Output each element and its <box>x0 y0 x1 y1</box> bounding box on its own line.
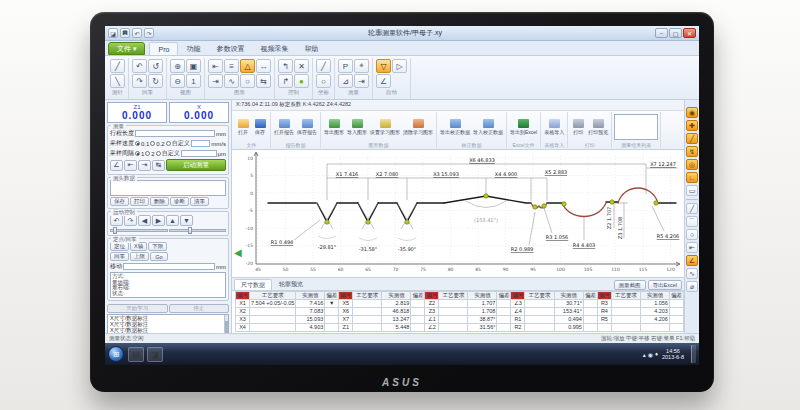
step-radio-1[interactable] <box>135 151 140 156</box>
report-button[interactable]: 导入图形 <box>346 118 368 136</box>
ribbon-button[interactable]: ✕ <box>294 59 309 73</box>
report-button[interactable]: 表格导入 <box>543 118 565 136</box>
ribbon-button[interactable]: ⊕ <box>170 59 185 73</box>
ribbon-button[interactable]: ∿ <box>224 74 239 88</box>
learn-button-开始学习[interactable]: 开始学习 <box>107 304 168 313</box>
speed-input[interactable] <box>191 140 211 147</box>
tab-视频采集[interactable]: 视频采集 <box>252 42 296 55</box>
position-button-回零[interactable]: 回零 <box>110 252 129 261</box>
result-action-测量截图[interactable]: 测量截图 <box>614 280 646 290</box>
draw-tool-button[interactable]: ∟ <box>686 172 698 183</box>
draw-tool-button[interactable]: ▭ <box>686 185 698 196</box>
draw-tool-button[interactable]: ⇤ <box>686 242 698 253</box>
draw-tool-button[interactable]: ╱ <box>686 203 698 214</box>
list-scrollbar[interactable] <box>224 315 228 333</box>
start-measure-button[interactable]: 启动测量 <box>166 159 226 171</box>
ribbon-button[interactable]: ⇤ <box>208 59 223 73</box>
probe-button-打印[interactable]: 打印 <box>130 197 149 206</box>
ribbon-button[interactable]: ⊖ <box>170 74 185 88</box>
tab-参数设置[interactable]: 参数设置 <box>208 42 252 55</box>
result-action-导出Excel[interactable]: 导出Excel <box>648 280 682 290</box>
ribbon-button[interactable]: ⇥ <box>208 74 223 88</box>
result-tab-轮廓预览[interactable]: 轮廓预览 <box>272 279 310 290</box>
ribbon-button[interactable]: ╱ <box>110 59 125 73</box>
ribbon-button[interactable]: ▣ <box>186 59 201 73</box>
motion-jog-button[interactable]: ↶ <box>110 215 123 226</box>
draw-tool-button[interactable]: ◎ <box>686 159 698 170</box>
speed-radio-0.2[interactable] <box>150 141 155 146</box>
speed-radio-custom[interactable] <box>166 141 171 146</box>
profile-chart[interactable]: 4550556065707580859095100105110115120 10… <box>232 150 684 278</box>
ribbon-button[interactable]: ▷ <box>392 59 407 73</box>
draw-tool-button[interactable]: ⌒ <box>686 216 698 227</box>
report-button[interactable]: 设置学习图形 <box>369 118 401 136</box>
draw-tool-button[interactable]: ∠ <box>686 255 698 266</box>
probe-button-保存[interactable]: 保存 <box>110 197 129 206</box>
annotation-list[interactable]: X尺寸/数据标注X尺寸/数据标注X尺寸/数据标注X尺寸/数据标注X尺寸/数据标注… <box>107 314 229 333</box>
ribbon-button[interactable]: ╲ <box>110 74 125 88</box>
ribbon-button[interactable]: ○ <box>240 74 255 88</box>
report-button[interactable]: 保存 <box>252 118 268 136</box>
report-button[interactable]: 导出到Excel <box>509 118 538 136</box>
ribbon-button[interactable]: ↔ <box>256 59 271 73</box>
probe-data-box[interactable] <box>110 180 226 196</box>
position-button-上限[interactable]: 上限 <box>130 252 149 261</box>
go-button[interactable]: Go <box>150 252 168 261</box>
report-button[interactable]: 导出校正数据 <box>439 118 471 136</box>
motion-jog-button[interactable]: ▶ <box>152 215 165 226</box>
position-button-X轴[interactable]: X轴 <box>130 242 147 251</box>
measure-tool-button[interactable]: ⇤ <box>124 160 137 171</box>
ribbon-button[interactable]: ↱ <box>278 74 293 88</box>
length-input[interactable] <box>135 130 215 137</box>
report-button[interactable]: 保存报告 <box>296 118 318 136</box>
draw-tool-button[interactable]: ∿ <box>686 268 698 279</box>
explorer-icon[interactable]: ▤ <box>128 347 144 362</box>
position-button-下限[interactable]: 下限 <box>148 242 167 251</box>
results-table-wrap[interactable]: 编号工艺要求实测值偏差编号工艺要求实测值偏差编号工艺要求实测值偏差编号工艺要求实… <box>232 291 684 333</box>
measure-tool-button[interactable]: ∠ <box>110 160 123 171</box>
report-button[interactable]: 导出图形 <box>323 118 345 136</box>
draw-tool-button[interactable]: ◉ <box>686 107 698 118</box>
ribbon-button[interactable]: ⊿ <box>338 74 353 88</box>
ribbon-button[interactable]: P <box>338 59 353 73</box>
taskbar-clock[interactable]: 14:56 2013-6-8 <box>662 348 684 360</box>
step-input[interactable] <box>181 150 217 157</box>
speed-slider-1[interactable] <box>110 229 168 232</box>
report-button[interactable]: 导入校正数据 <box>472 118 504 136</box>
report-button[interactable]: 清除学习图形 <box>402 118 434 136</box>
ribbon-button[interactable]: ⇥ <box>354 74 369 88</box>
panel-collapse-arrow[interactable]: ◀ <box>234 248 242 258</box>
tab-帮助[interactable]: 帮助 <box>296 42 326 55</box>
start-button[interactable]: ⊞ <box>108 346 124 362</box>
motion-jog-button[interactable]: ↷ <box>124 215 137 226</box>
position-button-定位[interactable]: 定位 <box>110 242 129 251</box>
ribbon-button[interactable]: ▽ <box>376 59 391 73</box>
ribbon-button[interactable]: ○ <box>316 74 331 88</box>
volume-icon[interactable]: ◉ <box>648 351 653 358</box>
speed-radio-0.1[interactable] <box>135 141 140 146</box>
ribbon-button[interactable]: ⌖ <box>354 59 369 73</box>
motion-jog-button[interactable]: ◀ <box>138 215 151 226</box>
ribbon-button[interactable]: ⇆ <box>256 74 271 88</box>
ribbon-button[interactable]: ╱ <box>316 59 331 73</box>
ribbon-button[interactable]: △ <box>240 59 255 73</box>
ribbon-button[interactable]: ↻ <box>148 74 163 88</box>
report-button[interactable]: 打开 <box>235 118 251 136</box>
ribbon-button[interactable]: ↰ <box>278 59 293 73</box>
minimize-button[interactable]: – <box>655 28 668 38</box>
probe-button-清零[interactable]: 清零 <box>190 197 209 206</box>
speed-slider-2[interactable] <box>169 229 227 232</box>
tab-功能[interactable]: 功能 <box>178 42 208 55</box>
report-button[interactable]: 打开报告 <box>273 118 295 136</box>
measure-tool-button[interactable]: ↹ <box>152 160 165 171</box>
ribbon-button[interactable]: 1 <box>186 74 201 88</box>
tab-Pro[interactable]: Pro <box>149 42 178 55</box>
close-button[interactable]: ✕ <box>683 28 696 38</box>
draw-tool-button[interactable]: ╱ <box>686 133 698 144</box>
ribbon-button[interactable]: ● <box>294 74 309 88</box>
network-icon[interactable]: ▴ <box>643 351 646 358</box>
report-button[interactable]: 打印 <box>570 118 586 136</box>
step-radio-2[interactable] <box>145 151 150 156</box>
redo-quick-icon[interactable]: ↷ <box>144 28 154 38</box>
step-radio-custom[interactable] <box>156 151 161 156</box>
